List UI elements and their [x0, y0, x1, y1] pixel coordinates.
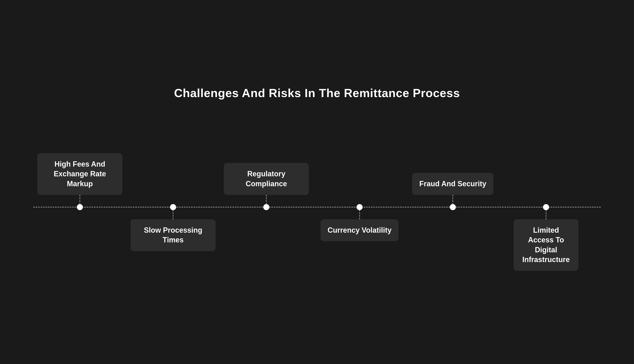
page-title: Challenges And Risks In The Remittance P…: [174, 86, 460, 100]
timeline-node-5: [450, 204, 456, 210]
timeline-node-3: [263, 204, 269, 210]
timeline-node-6: [543, 204, 549, 210]
timeline-node-4: [356, 204, 362, 210]
timeline-node-2: [170, 204, 176, 210]
card-1: High Fees And Exchange Rate Markup: [37, 153, 122, 195]
card-3: Regulatory Compliance: [224, 163, 309, 195]
timeline-diagram: High Fees And Exchange Rate Markup Slow …: [33, 136, 601, 278]
card-2: Slow Processing Times: [130, 219, 216, 251]
card-4: Currency Volatility: [320, 219, 398, 242]
timeline-line: [33, 207, 601, 208]
card-6: Limited Access To Digital Infrastructure: [514, 219, 578, 271]
timeline-node-1: [77, 204, 83, 210]
card-5: Fraud And Security: [412, 173, 494, 195]
